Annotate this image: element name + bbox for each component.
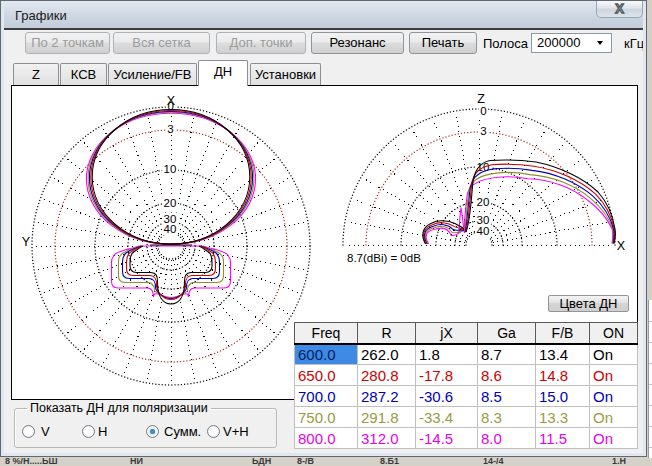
svg-text:3: 3 [480, 125, 486, 137]
svg-text:0: 0 [480, 105, 486, 117]
svg-text:40: 40 [477, 225, 490, 237]
svg-text:20: 20 [477, 196, 490, 208]
svg-text:Z: Z [477, 92, 485, 106]
svg-text:40: 40 [164, 223, 177, 235]
svg-text:X: X [617, 239, 626, 253]
svg-text:20: 20 [164, 197, 177, 209]
svg-text:10: 10 [164, 163, 177, 175]
svg-text:Y: Y [22, 235, 31, 249]
svg-text:3: 3 [167, 123, 173, 135]
